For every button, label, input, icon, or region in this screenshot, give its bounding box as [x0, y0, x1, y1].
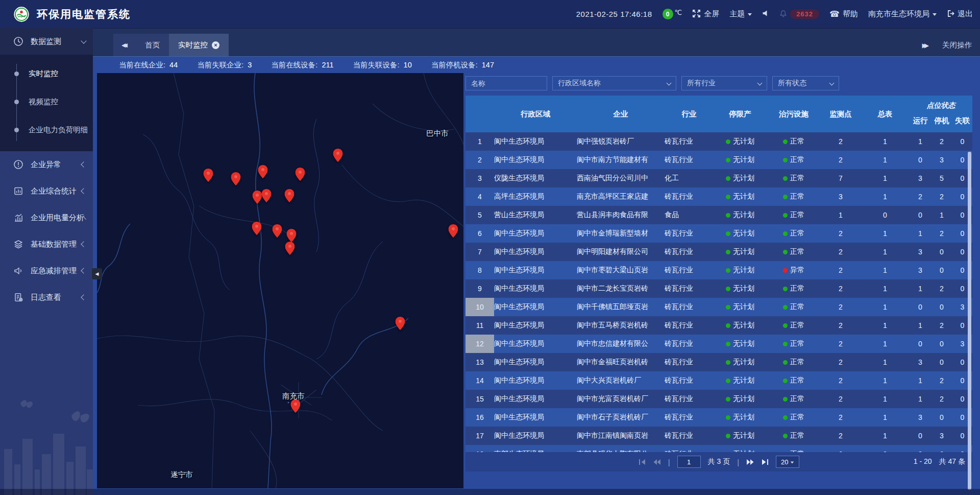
prev-page-button[interactable] [653, 459, 661, 465]
sidebar-subitem-视频监控[interactable]: 视频监控 [0, 88, 93, 116]
sidebar-item-企业异常[interactable]: 企业异常 [0, 151, 93, 178]
table-row[interactable]: 13阆中生态环境局阆中市金福旺页岩机砖砖瓦行业无计划正常21300 [465, 353, 972, 371]
sidebar-item-日志查看[interactable]: 日志查看 [0, 284, 93, 311]
cell-facility-status: 正常 [767, 137, 821, 146]
help-button[interactable]: ☎ 帮助 [829, 9, 858, 19]
notifications-button[interactable]: 2632 [779, 9, 819, 19]
cell-region: 阆中生态环境局 [494, 284, 577, 293]
app-header: 环保用电监管系统 2021-02-25 17:46:18 0 ℃ 全屏 主题 [0, 0, 980, 28]
map-canvas[interactable]: 巴中市南充市遂宁市 [97, 73, 463, 488]
tab-realtime-monitor[interactable]: 实时监控 × [169, 34, 229, 56]
sidebar-subitem-企业电力负荷明细[interactable]: 企业电力负荷明细 [0, 116, 93, 144]
tabs-scroll-right-button[interactable]: ▶▶ [922, 42, 929, 49]
theme-dropdown[interactable]: 主题 [729, 9, 752, 19]
table-row[interactable]: 8阆中生态环境局阆中市枣碧大梁山页岩砖瓦行业无计划异常21300 [465, 261, 972, 279]
cell-facility-status: 正常 [767, 155, 821, 164]
table-row[interactable]: 1阆中生态环境局阆中强锐页岩砖厂砖瓦行业无计划正常21120 [465, 132, 972, 151]
notification-count-badge: 2632 [790, 9, 819, 19]
cell-stop-plan: 无计划 [714, 358, 767, 367]
table-row[interactable]: 2阆中生态环境局阆中市南方节能建材有砖瓦行业无计划正常21030 [465, 151, 972, 169]
tabs-scroll-left-button[interactable]: ◀◀ [113, 34, 136, 56]
table-row[interactable]: 15阆中生态环境局阆中市光富页岩机砖厂砖瓦行业无计划正常21120 [465, 390, 972, 408]
mute-button[interactable] [762, 10, 769, 18]
cell-company: 阆中市忠信建材有限公 [577, 339, 665, 348]
map-pin-icon[interactable] [252, 222, 262, 235]
map-pin-icon[interactable] [291, 399, 301, 413]
enterprise-table: 行政区域 企业 行业 停限产 治污设施 监测点 总表 运行 停机 失联 点位状态 [465, 96, 972, 472]
map-pin-icon[interactable] [258, 165, 268, 178]
table-row[interactable]: 12阆中生态环境局阆中市忠信建材有限公砖瓦行业无计划正常21003 [465, 335, 972, 353]
cell-total-meters: 1 [861, 193, 910, 201]
first-page-button[interactable] [639, 459, 646, 465]
sidebar-item-企业综合统计[interactable]: 企业综合统计 [0, 178, 93, 204]
table-row[interactable]: 14阆中生态环境局阆中大兴页岩机砖厂砖瓦行业无计划正常21120 [465, 371, 972, 390]
tab-home[interactable]: 首页 [136, 34, 169, 56]
sidebar-subitem-实时监控[interactable]: 实时监控 [0, 60, 93, 88]
cell-industry: 砖瓦行业 [665, 358, 714, 367]
region-select[interactable]: 行政区域名称 [552, 76, 676, 90]
industry-select[interactable]: 所有行业 [681, 76, 767, 90]
map-pin-icon[interactable] [253, 191, 262, 204]
table-row[interactable]: 3仪陇生态环境局西南油气田分公司川中化工无计划正常71350 [465, 169, 972, 187]
sidebar-item-基础数据管理[interactable]: 基础数据管理 [0, 231, 93, 257]
map-pin-icon[interactable] [285, 242, 295, 255]
next-page-button[interactable] [746, 459, 754, 465]
cell-stop-plan: 无计划 [714, 413, 767, 422]
col-group-point-status: 点位状态 [910, 101, 972, 110]
map-pin-icon[interactable] [273, 224, 282, 238]
map-pin-icon[interactable] [231, 172, 241, 185]
table-row[interactable]: 16阆中生态环境局阆中市石子页岩机砖厂砖瓦行业无计划正常21300 [465, 408, 972, 427]
table-row[interactable]: 17阆中生态环境局阆中市江南镇阆南页岩砖瓦行业无计划正常21030 [465, 427, 972, 445]
org-dropdown[interactable]: 南充市生态环境局 [868, 9, 937, 19]
table-row[interactable]: 11阆中生态环境局阆中市五马桥页岩机砖砖瓦行业无计划正常21120 [465, 316, 972, 335]
map-collapse-button[interactable]: ◀ [92, 268, 102, 279]
map-pin-icon[interactable] [396, 317, 405, 330]
datetime-display: 2021-02-25 17:46:18 [576, 10, 652, 18]
sidebar-item-数据监测[interactable]: 数据监测 [0, 28, 93, 55]
fullscreen-icon [692, 9, 701, 19]
status-dot-icon [726, 195, 730, 199]
map-pin-icon[interactable] [333, 149, 343, 162]
cell-stop-plan: 无计划 [714, 174, 767, 183]
table-row[interactable]: 9阆中生态环境局阆中市二龙长宝页岩砖砖瓦行业无计划正常21120 [465, 279, 972, 298]
table-row[interactable]: 5营山生态环境局营山县润丰肉食品有限食品无计划正常10010 [465, 206, 972, 224]
table-row[interactable]: 4高坪生态环境局南充市高坪区王家店建砖瓦行业无计划正常31220 [465, 187, 972, 206]
table-row[interactable]: 7阆中生态环境局阆中明阳建材有限公司砖瓦行业无计划正常21300 [465, 243, 972, 261]
cell-company: 南充市高坪区王家店建 [577, 192, 665, 201]
tab-close-icon[interactable]: × [212, 41, 219, 49]
chevron-left-icon [81, 268, 86, 273]
fullscreen-button[interactable]: 全屏 [692, 9, 719, 19]
sidebar-item-企业用电量分析[interactable]: 企业用电量分析 [0, 204, 93, 231]
cell-industry: 砖瓦行业 [665, 431, 714, 440]
row-number: 1 [465, 137, 494, 146]
table-row[interactable]: 18南部生态环境局南部县砚华土陶有限公砖瓦行业无计划正常62060 [465, 445, 972, 452]
last-page-button[interactable] [762, 459, 769, 465]
map-pin-icon[interactable] [204, 169, 213, 182]
cell-stop-plan: 无计划 [714, 210, 767, 220]
map-pin-icon[interactable] [262, 189, 272, 202]
page-number-input[interactable] [677, 456, 701, 468]
table-row[interactable]: 6阆中生态环境局阆中市金博瑞新型墙材砖瓦行业无计划正常21120 [465, 224, 972, 243]
cell-stopped: 1 [931, 211, 952, 219]
page-size-select[interactable]: 20 [776, 456, 799, 468]
logout-button[interactable]: 退出 [947, 9, 973, 19]
row-number: 5 [465, 211, 494, 219]
cell-stopped: 3 [931, 432, 952, 440]
cell-facility-status: 正常 [767, 413, 821, 422]
cell-facility-status: 正常 [767, 302, 821, 312]
sidebar-item-应急减排管理[interactable]: 应急减排管理 [0, 257, 93, 284]
table-row[interactable]: 10阆中生态环境局阆中千佛镇五郎垭页岩砖瓦行业无计划正常21003 [465, 298, 972, 316]
close-operations-button[interactable]: 关闭操作 [942, 40, 972, 50]
cell-industry: 砖瓦行业 [665, 413, 714, 422]
map-pin-icon[interactable] [296, 168, 305, 181]
table-scrollbar[interactable] [968, 152, 971, 490]
chevron-down-icon [81, 38, 86, 43]
map-pin-icon[interactable] [449, 224, 458, 238]
cell-running: 0 [910, 211, 931, 219]
cell-monitor-points: 2 [821, 137, 861, 146]
status-select[interactable]: 所有状态 [772, 76, 839, 90]
map-pin-icon[interactable] [285, 189, 295, 202]
map-city-label: 巴中市 [426, 129, 449, 138]
map-pin-icon[interactable] [287, 229, 297, 242]
name-search-input[interactable] [465, 76, 547, 90]
